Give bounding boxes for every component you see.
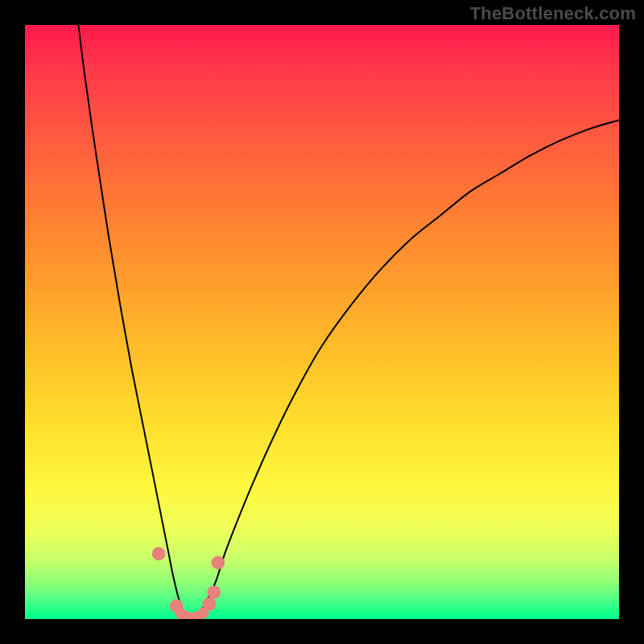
data-point xyxy=(207,585,221,599)
data-point xyxy=(202,597,216,611)
data-point xyxy=(211,556,225,570)
curve-data-points xyxy=(152,547,225,619)
chart-plot-area xyxy=(25,25,619,619)
chart-frame: TheBottleneck.com xyxy=(0,0,644,644)
watermark-text: TheBottleneck.com xyxy=(470,3,636,24)
data-point xyxy=(152,547,166,560)
bottleneck-curve-path xyxy=(78,25,619,619)
bottleneck-curve-svg xyxy=(25,25,619,619)
